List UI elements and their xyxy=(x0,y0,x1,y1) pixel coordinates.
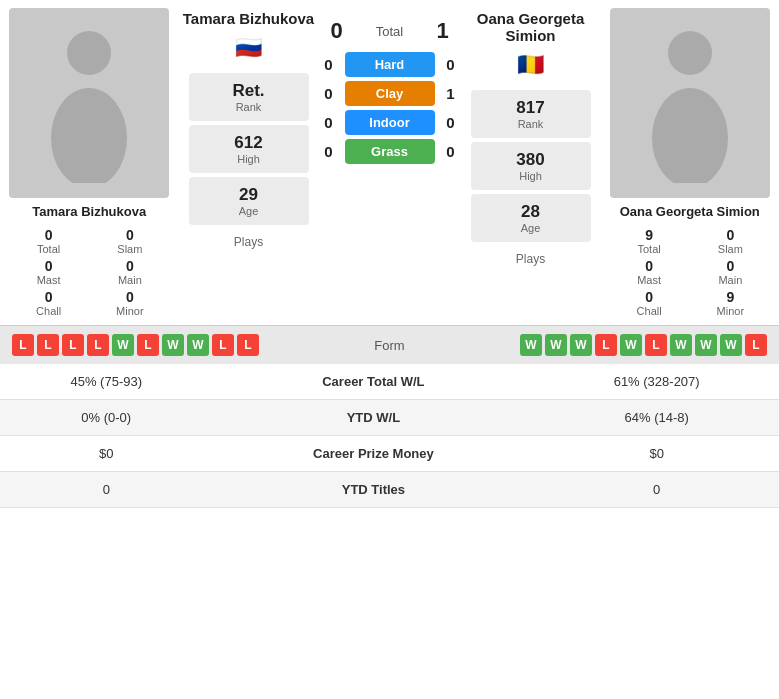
right-slam-value: 0 xyxy=(726,227,734,243)
right-form-badge: W xyxy=(620,334,642,356)
right-total-label: Total xyxy=(638,243,661,255)
left-form-badge: L xyxy=(12,334,34,356)
right-form-badge: W xyxy=(720,334,742,356)
right-rank-value: 817 xyxy=(481,98,581,118)
form-section: LLLLWLWWLL Form WWWLWLWWWL xyxy=(0,325,779,364)
left-main-value: 0 xyxy=(126,258,134,274)
left-age-panel: 29 Age xyxy=(189,177,309,225)
left-rank-value: Ret. xyxy=(199,81,299,101)
main-container: Tamara Bizhukova 0 Total 0 Slam 0 Mast 0… xyxy=(0,0,779,508)
right-chall-stat: 0 Chall xyxy=(613,289,686,317)
left-high-label: High xyxy=(199,153,299,165)
left-main-label: Main xyxy=(118,274,142,286)
left-mast-value: 0 xyxy=(45,258,53,274)
left-minor-stat: 0 Minor xyxy=(93,289,166,317)
clay-right-score: 1 xyxy=(441,85,461,102)
form-label: Form xyxy=(350,338,430,353)
right-mast-stat: 0 Mast xyxy=(613,258,686,286)
left-form-badge: L xyxy=(87,334,109,356)
hard-button[interactable]: Hard xyxy=(345,52,435,77)
right-slam-label: Slam xyxy=(718,243,743,255)
left-minor-label: Minor xyxy=(116,305,144,317)
svg-point-3 xyxy=(652,88,728,183)
right-rank-panel: 817 Rank xyxy=(471,90,591,138)
right-flag-icon: 🇷🇴 xyxy=(517,52,544,77)
left-player-avatar xyxy=(9,8,169,198)
right-chall-label: Chall xyxy=(637,305,662,317)
career-stat-label: Career Total W/L xyxy=(213,364,535,400)
left-center-player-name: Tamara Bizhukova xyxy=(183,10,314,27)
left-total-stat: 0 Total xyxy=(12,227,85,255)
left-slam-value: 0 xyxy=(126,227,134,243)
left-form-badge: L xyxy=(37,334,59,356)
surface-rows: 0 Hard 0 0 Clay 1 0 Indoor 0 xyxy=(319,52,461,164)
surface-row-indoor: 0 Indoor 0 xyxy=(319,110,461,135)
right-player-section: Oana Georgeta Simion 9 Total 0 Slam 0 Ma… xyxy=(601,0,780,325)
left-high-value: 612 xyxy=(199,133,299,153)
total-label: Total xyxy=(360,24,420,39)
left-plays-label: Plays xyxy=(234,235,263,249)
right-form-badges: WWWLWLWWWL xyxy=(430,334,768,356)
surface-row-hard: 0 Hard 0 xyxy=(319,52,461,77)
left-mast-stat: 0 Mast xyxy=(12,258,85,286)
right-high-value: 380 xyxy=(481,150,581,170)
right-center-panels: Oana Georgeta Simion 🇷🇴 817 Rank 380 Hig… xyxy=(461,0,601,266)
career-stat-left: 0 xyxy=(0,472,213,508)
right-rank-label: Rank xyxy=(481,118,581,130)
right-form-badge: L xyxy=(745,334,767,356)
left-chall-stat: 0 Chall xyxy=(12,289,85,317)
left-form-badge: W xyxy=(112,334,134,356)
left-slam-stat: 0 Slam xyxy=(93,227,166,255)
career-stat-left: 45% (75-93) xyxy=(0,364,213,400)
right-flag-row: 🇷🇴 xyxy=(517,52,544,78)
career-stat-right: $0 xyxy=(534,436,779,472)
left-player-section: Tamara Bizhukova 0 Total 0 Slam 0 Mast 0… xyxy=(0,0,179,325)
left-high-panel: 612 High xyxy=(189,125,309,173)
svg-point-0 xyxy=(67,31,111,75)
left-chall-label: Chall xyxy=(36,305,61,317)
left-player-stats-bottom: 0 Total 0 Slam 0 Mast 0 Main 0 Chall xyxy=(4,227,175,317)
left-form-badge: W xyxy=(187,334,209,356)
career-stat-right: 61% (328-207) xyxy=(534,364,779,400)
right-plays-label: Plays xyxy=(516,252,545,266)
right-form-badge: L xyxy=(645,334,667,356)
right-chall-value: 0 xyxy=(645,289,653,305)
left-center-panels: Tamara Bizhukova 🇷🇺 Ret. Rank 612 High 2… xyxy=(179,0,319,249)
right-minor-label: Minor xyxy=(717,305,745,317)
grass-button[interactable]: Grass xyxy=(345,139,435,164)
total-row: 0 Total 1 xyxy=(319,18,461,44)
hard-right-score: 0 xyxy=(441,56,461,73)
left-form-badge: W xyxy=(162,334,184,356)
right-form-badge: W xyxy=(670,334,692,356)
right-total-stat: 9 Total xyxy=(613,227,686,255)
comparison-top: Tamara Bizhukova 0 Total 0 Slam 0 Mast 0… xyxy=(0,0,779,325)
clay-button[interactable]: Clay xyxy=(345,81,435,106)
right-form-badge: W xyxy=(520,334,542,356)
svg-point-1 xyxy=(51,88,127,183)
right-slam-stat: 0 Slam xyxy=(694,227,767,255)
right-player-name: Oana Georgeta Simion xyxy=(620,204,760,219)
left-main-stat: 0 Main xyxy=(93,258,166,286)
career-stat-row: 0YTD Titles0 xyxy=(0,472,779,508)
right-center-player-name: Oana Georgeta Simion xyxy=(461,10,601,44)
career-stat-right: 64% (14-8) xyxy=(534,400,779,436)
career-stat-row: 0% (0-0)YTD W/L64% (14-8) xyxy=(0,400,779,436)
right-form-badge: W xyxy=(545,334,567,356)
right-total-value: 9 xyxy=(645,227,653,243)
left-slam-label: Slam xyxy=(117,243,142,255)
left-rank-label: Rank xyxy=(199,101,299,113)
left-total-value: 0 xyxy=(45,227,53,243)
right-age-value: 28 xyxy=(481,202,581,222)
right-total-score: 1 xyxy=(428,18,458,44)
right-main-stat: 0 Main xyxy=(694,258,767,286)
left-form-badge: L xyxy=(212,334,234,356)
surface-row-grass: 0 Grass 0 xyxy=(319,139,461,164)
right-mast-value: 0 xyxy=(645,258,653,274)
grass-left-score: 0 xyxy=(319,143,339,160)
career-stats-table: 45% (75-93)Career Total W/L61% (328-207)… xyxy=(0,364,779,508)
right-form-badge: L xyxy=(595,334,617,356)
left-player-name: Tamara Bizhukova xyxy=(32,204,146,219)
indoor-button[interactable]: Indoor xyxy=(345,110,435,135)
right-age-panel: 28 Age xyxy=(471,194,591,242)
left-flag-icon: 🇷🇺 xyxy=(235,35,262,60)
